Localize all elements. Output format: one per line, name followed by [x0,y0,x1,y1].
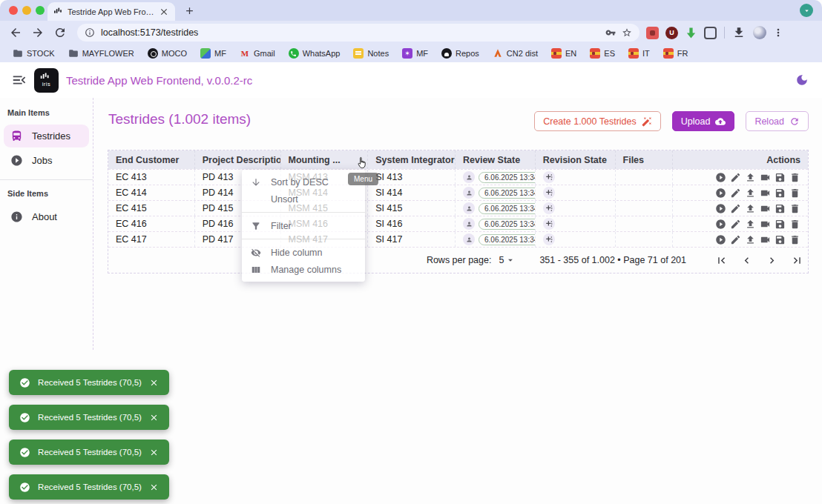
menu-item-filter[interactable]: Filter [242,217,365,234]
bookmark-repos[interactable]: Repos [436,47,484,60]
video-action-button[interactable] [760,203,771,214]
video-action-button[interactable] [760,234,771,245]
delete-action-button[interactable] [789,234,800,245]
table-row[interactable]: EC 415PD 415MSM 415SI 4156.06.2025 13:34 [108,200,808,216]
bookmark-cn2-dist[interactable]: CN2 dist [487,47,543,60]
sidebar-item-jobs[interactable]: Jobs [4,149,89,172]
menu-item-manage-columns[interactable]: Manage columns [242,261,365,278]
video-action-button[interactable] [760,172,771,183]
edit-action-button[interactable] [730,203,741,214]
column-header-files[interactable]: Files [616,150,674,169]
play-action-button[interactable] [715,172,726,183]
previous-page-button[interactable] [740,254,753,267]
revision-state-icon[interactable] [543,233,555,245]
upload-action-button[interactable] [745,203,756,214]
browser-tab[interactable]: Testride App Web Frontend, i [47,2,175,21]
column-header-project-description[interactable]: Project Description [195,150,281,169]
reload-button[interactable] [53,26,67,39]
extension-green-arrow-icon[interactable] [685,27,697,39]
rows-per-page-select[interactable]: 5 [499,255,516,265]
edit-action-button[interactable] [730,172,741,183]
ublock-extension-icon[interactable]: U [665,27,678,39]
column-header-system-integrator[interactable]: System Integrator [368,150,456,169]
revision-state-icon[interactable] [543,187,555,199]
menu-item-sort-by-desc[interactable]: Sort by DESC [242,173,365,190]
last-page-button[interactable] [791,254,803,267]
table-row[interactable]: EC 413PD 413MSM 413SI 4136.06.2025 13:34 [108,169,808,185]
revision-state-icon[interactable] [543,171,555,183]
upload-action-button[interactable] [745,188,756,199]
next-page-button[interactable] [766,254,778,267]
create-testrides-button[interactable]: Create 1.000 Testrides [534,111,661,131]
dark-mode-toggle-moon-icon[interactable] [795,73,809,87]
tab-search-button[interactable] [800,4,813,17]
menu-item-hide-column[interactable]: Hide column [242,244,365,261]
upload-button[interactable]: Upload [672,111,735,131]
forward-button[interactable] [31,26,45,39]
site-info-icon[interactable] [85,27,95,38]
table-row[interactable]: EC 414PD 414MSM 414SI 4146.06.2025 13:34 [108,185,808,200]
play-action-button[interactable] [715,203,726,214]
save-action-button[interactable] [775,219,786,230]
window-close-button[interactable] [9,6,18,15]
bookmark-star-icon[interactable] [622,27,632,38]
play-action-button[interactable] [715,234,726,245]
video-action-button[interactable] [760,188,771,199]
upload-action-button[interactable] [745,234,756,245]
column-header-revision-state[interactable]: Revision State [536,150,616,169]
delete-action-button[interactable] [789,203,800,214]
extension-red-icon[interactable] [646,27,659,39]
delete-action-button[interactable] [789,219,800,230]
bookmark-mayflower[interactable]: MAYFLOWER [63,47,139,60]
sidebar-toggle-button[interactable] [11,72,27,88]
bookmark-gmail[interactable]: MGmail [234,47,280,60]
delete-action-button[interactable] [789,172,800,183]
column-header-mounting[interactable]: Mounting ... [281,150,369,169]
save-action-button[interactable] [775,188,786,199]
save-action-button[interactable] [775,203,786,214]
edit-action-button[interactable] [730,188,741,199]
column-header-end-customer[interactable]: End Customer [108,150,195,169]
menu-item-unsort[interactable]: Unsort [242,190,365,208]
save-action-button[interactable] [775,172,786,183]
table-row[interactable]: EC 417PD 417MSM 417SI 4176.06.2025 13:34 [108,231,808,247]
edit-action-button[interactable] [730,219,741,230]
profile-avatar[interactable] [753,26,766,39]
upload-action-button[interactable] [745,172,756,183]
extension-square-icon[interactable] [704,27,717,39]
video-action-button[interactable] [760,219,771,230]
bookmark-mf[interactable]: MF [195,47,231,60]
window-zoom-button[interactable] [36,6,45,15]
bookmark-es[interactable]: ES [585,47,620,60]
password-key-icon[interactable] [605,27,616,38]
reload-data-button[interactable]: Reload [746,111,809,131]
bookmark-whatsapp[interactable]: WhatsApp [283,47,346,60]
play-action-button[interactable] [715,188,726,199]
table-row[interactable]: EC 416PD 416MSM 416SI 4166.06.2025 13:34 [108,216,808,231]
window-minimize-button[interactable] [22,6,31,15]
back-button[interactable] [9,26,22,39]
edit-action-button[interactable] [730,234,741,245]
toast-close-icon[interactable] [149,483,159,492]
upload-action-button[interactable] [745,219,756,230]
new-tab-button[interactable] [184,5,195,16]
revision-state-icon[interactable] [543,202,555,214]
play-action-button[interactable] [715,219,726,230]
bookmark-notes[interactable]: Notes [348,47,394,60]
revision-state-icon[interactable] [543,218,555,230]
save-action-button[interactable] [775,234,786,245]
bookmark-it[interactable]: IT [623,47,655,60]
toast-close-icon[interactable] [149,413,159,422]
bookmark-en[interactable]: EN [546,47,582,60]
browser-menu-button[interactable] [772,27,784,39]
bookmark-mf[interactable]: ✶MF [397,47,433,60]
bookmark-fr[interactable]: FR [658,47,694,60]
sidebar-item-about[interactable]: About [4,205,89,228]
delete-action-button[interactable] [789,188,800,199]
column-header-review-state[interactable]: Review State [456,150,536,169]
toast-close-icon[interactable] [149,378,159,388]
bookmark-stock[interactable]: STOCK [7,47,60,60]
address-bar[interactable]: localhost:5173/testrides [77,24,639,42]
downloads-button[interactable] [732,26,746,39]
sidebar-item-testrides[interactable]: Testrides [4,125,89,147]
